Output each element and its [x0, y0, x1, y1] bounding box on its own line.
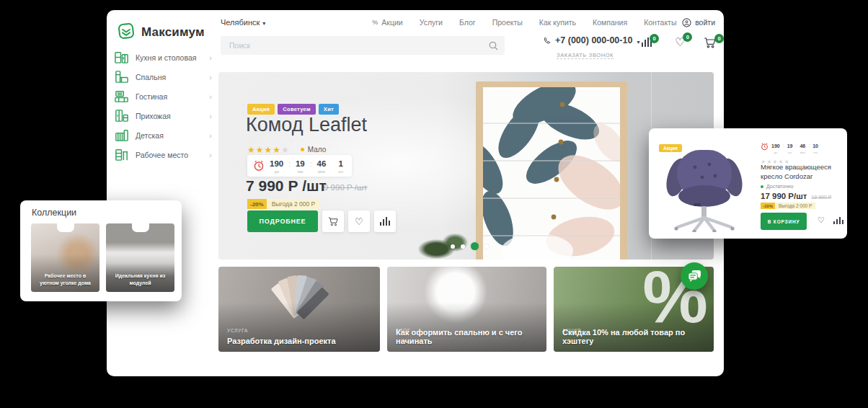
chevron-down-icon: [637, 34, 639, 47]
category-sidebar: Кухня и столовая Спальня Гостиная Прихож…: [114, 48, 209, 164]
wishlist-toggle-button[interactable]: ♡: [818, 216, 825, 225]
add-to-cart-button[interactable]: [322, 210, 344, 232]
cart-button[interactable]: 0: [704, 37, 717, 51]
slider-dot-2[interactable]: [461, 244, 465, 249]
stock-dot-icon: [761, 185, 763, 188]
callback-link[interactable]: заказать звонок: [557, 52, 614, 59]
wishlist-toggle-button[interactable]: ♡: [348, 210, 370, 232]
badge-promo: Акция: [247, 104, 275, 115]
chevron-right-icon: [209, 128, 212, 141]
stock-status: Мало: [308, 146, 327, 154]
hero-actions: ПОДРОБНЕЕ ♡: [247, 210, 396, 232]
nav-link-how-to-buy[interactable]: Как купить: [539, 18, 576, 27]
clock-icon: [253, 160, 265, 172]
phone-number[interactable]: +7 (000) 000-00-10: [555, 35, 632, 45]
nav-link-company[interactable]: Компания: [593, 18, 627, 27]
heart-icon: ♡: [355, 217, 363, 226]
sidebar-item-kids[interactable]: Детская: [114, 125, 209, 145]
compare-toggle-button[interactable]: [833, 217, 843, 224]
slider-dots: [451, 242, 489, 250]
sidebar-item-living[interactable]: Гостиная: [114, 87, 209, 106]
product-price-row: 17 990 Р/шт 19 990 Р: [761, 192, 831, 200]
nav-link-promos[interactable]: Акции: [381, 18, 402, 27]
timer-hours: 19: [296, 159, 305, 168]
brand-logo[interactable]: Максимум: [117, 22, 205, 43]
product-stock: Достаточно: [761, 184, 793, 189]
promo-icon: %: [372, 19, 378, 26]
living-room-icon: [114, 89, 129, 104]
compare-count-badge: 0: [650, 34, 659, 43]
hero-product-image: [476, 81, 627, 260]
collection-tile-workplace[interactable]: Рабочее место в уютном уголке дома: [31, 223, 99, 292]
collections-card: Коллекции Рабочее место в уютном уголке …: [20, 200, 182, 301]
nav-link-blog[interactable]: Блог: [459, 18, 476, 27]
promo-card-design[interactable]: УСЛУГА Разработка дизайн-проекта: [218, 267, 380, 352]
slider-dot-3-active[interactable]: [471, 242, 479, 250]
card-title: Как оформить спальню и с чего начинать: [396, 328, 539, 345]
main-page-card: Максимум Кухня и столовая Спальня Гостин…: [107, 10, 724, 376]
card-tag: УСЛУГА: [227, 328, 248, 333]
compare-icon: [833, 217, 843, 224]
promo-card-blog[interactable]: БЛОГ Как оформить спальню и с чего начин…: [387, 267, 546, 352]
wishlist-button[interactable]: ♡ 0: [675, 36, 685, 49]
nav-link-projects[interactable]: Проекты: [492, 18, 523, 27]
chat-icon: [688, 270, 701, 283]
collection-caption: Идеальная кухня из модулей: [110, 272, 171, 287]
discount-badge: -10%: [761, 203, 775, 209]
slider-dot-1[interactable]: [451, 244, 455, 249]
card-title: Скидка 10% на любой товар по хэштегу: [562, 328, 707, 345]
search-icon[interactable]: [489, 40, 498, 50]
product-countdown-timer: 190дн 19час 46мин 10сек: [761, 138, 818, 154]
brand-name: Максимум: [141, 25, 205, 40]
workspace-icon: [114, 147, 129, 162]
top-navigation: Челябинск % Акции Услуги Блог Проекты Ка…: [221, 16, 715, 29]
slider-dot-4[interactable]: [484, 244, 489, 249]
cart-count-badge: 0: [714, 34, 724, 43]
collection-tile-kitchen[interactable]: Идеальная кухня из модулей: [106, 223, 174, 292]
city-selector[interactable]: Челябинск: [221, 18, 265, 27]
hero-product-title: Комод Leaflet: [246, 114, 367, 136]
hallway-icon: [114, 108, 129, 123]
nav-link-contacts[interactable]: Контакты: [644, 18, 676, 27]
timer-minutes: 46: [317, 159, 327, 168]
stock-dot-icon: [301, 148, 304, 151]
compare-button[interactable]: 0: [642, 37, 652, 47]
kids-room-icon: [114, 128, 129, 143]
sidebar-item-kitchen[interactable]: Кухня и столовая: [114, 48, 209, 67]
collection-caption: Рабочее место в уютном уголке дома: [35, 272, 96, 287]
stars-filled-icon: [247, 143, 281, 156]
product-badge-promo: Акция: [659, 144, 682, 152]
clock-icon: [761, 143, 769, 151]
hero-badges: Акция Советуем Хит: [247, 104, 339, 115]
product-quick-card: Акция 190дн 19час 46: [649, 128, 847, 239]
product-old-price: 19 990 Р: [811, 195, 831, 200]
nav-links: % Акции Услуги Блог Проекты Как купить К…: [372, 18, 676, 27]
login-button[interactable]: войти: [682, 18, 715, 27]
hero-rating: Мало: [247, 143, 326, 156]
nav-link-services[interactable]: Услуги: [420, 18, 443, 27]
benefit-badge: Выгода 2 000 Р: [775, 203, 815, 209]
details-button[interactable]: ПОДРОБНЕЕ: [247, 210, 318, 232]
search-bar: [221, 36, 505, 55]
chevron-right-icon: [209, 108, 212, 121]
screenshot-stage: Максимум Кухня и столовая Спальня Гостин…: [0, 0, 868, 408]
kitchen-icon: [114, 50, 129, 65]
sidebar-item-bedroom[interactable]: Спальня: [114, 67, 209, 87]
sidebar-item-hallway[interactable]: Прихожая: [114, 106, 209, 125]
discount-badge: -20%: [247, 199, 267, 209]
compare-toggle-button[interactable]: [374, 210, 396, 232]
sidebar-item-workspace[interactable]: Рабочее место: [114, 145, 209, 164]
countdown-timer: 190дн 19час 46мин 1шт: [247, 155, 352, 177]
chat-widget-button[interactable]: [681, 262, 708, 290]
user-icon: [682, 18, 691, 27]
search-input[interactable]: [221, 36, 505, 55]
hero-price: 7 990 Р /шт: [246, 177, 327, 195]
phone-icon: [544, 37, 551, 44]
phone-block: +7 (000) 000-00-10 заказать звонок: [544, 34, 645, 60]
compare-icon: [380, 217, 390, 226]
product-title-link[interactable]: Мягкое вращающееся кресло Cordozar: [761, 163, 841, 181]
add-to-cart-button[interactable]: В КОРЗИНУ: [761, 213, 807, 230]
chevron-down-icon: [262, 18, 265, 27]
tile-notch: [132, 223, 149, 232]
chevron-right-icon: [209, 69, 212, 82]
